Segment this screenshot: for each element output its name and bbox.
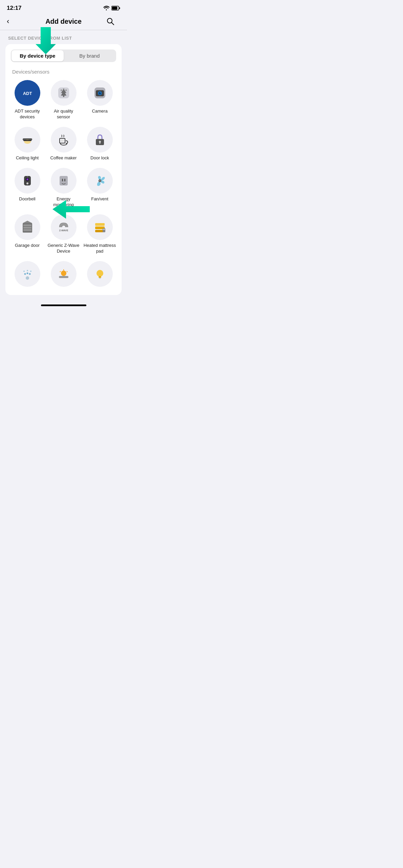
device-icon-camera [87,80,113,106]
device-item-coffee-maker[interactable]: Coffee maker [47,127,80,161]
svg-point-51 [26,273,28,274]
svg-rect-58 [63,269,64,271]
device-item-air-quality[interactable]: Air quality sensor [47,80,80,120]
device-item-doorbell[interactable]: Doorbell [11,168,44,208]
svg-line-6 [111,23,114,25]
status-icons [103,6,120,11]
device-icon-air-quality [51,80,77,106]
device-item-hub2[interactable] [47,261,80,290]
svg-point-57 [61,271,66,276]
device-item-hub3[interactable] [83,261,116,290]
home-bar [41,304,86,306]
svg-point-12 [61,90,62,91]
status-bar: 12:17 [0,0,127,14]
device-label-heated-mattress: Heated mattress pad [83,243,116,254]
device-item-energy-monitoring[interactable]: Energy monitoring [47,168,80,208]
svg-rect-48 [103,229,105,230]
device-item-hub1[interactable] [11,261,44,290]
svg-rect-3 [119,7,120,9]
device-icon-garage-door [15,214,40,240]
device-icon-hub2 [51,261,77,287]
svg-rect-47 [103,228,105,232]
device-icon-hub3 [87,261,113,287]
device-label-camera: Camera [92,108,107,114]
status-time: 12:17 [7,5,21,12]
svg-rect-24 [61,139,64,142]
device-item-adt[interactable]: ADT ADT security devices [11,80,44,120]
svg-point-14 [65,90,67,91]
svg-point-53 [23,271,25,272]
svg-rect-35 [64,179,65,181]
device-icon-generic-zwave: Z-WAVE [51,214,77,240]
device-label-coffee-maker: Coffee maker [50,155,77,161]
svg-point-32 [27,176,28,177]
device-icon-energy-monitoring [51,168,77,194]
svg-point-13 [63,88,64,90]
battery-icon [111,6,120,11]
device-item-camera[interactable]: Camera [83,80,116,120]
svg-point-61 [97,270,103,277]
search-button[interactable] [107,18,120,25]
svg-point-31 [26,182,28,184]
svg-point-54 [27,270,28,271]
svg-point-30 [26,178,28,180]
svg-point-49 [26,276,29,280]
device-item-generic-zwave[interactable]: Z-WAVE Generic Z-Wave Device [47,214,80,254]
select-label: SELECT DEVICE FROM LIST [0,30,127,44]
back-button[interactable]: ‹ [7,17,20,26]
svg-rect-34 [62,179,63,181]
svg-point-55 [30,271,31,272]
svg-marker-42 [23,221,32,223]
device-item-ceiling-light[interactable]: Ceiling light [11,127,44,161]
svg-rect-40 [23,227,31,229]
svg-rect-11 [63,96,64,97]
device-item-heated-mattress[interactable]: Heated mattress pad [83,214,116,254]
device-label-ceiling-light: Ceiling light [16,155,39,161]
device-grid: ADT ADT security devices [11,80,116,290]
svg-rect-27 [99,142,100,144]
tab-by-brand[interactable]: By brand [64,50,116,61]
svg-text:ADT: ADT [23,91,32,96]
device-item-fan-vent[interactable]: Fan/vent [83,168,116,208]
device-icon-coffee-maker [51,127,77,153]
svg-rect-59 [66,271,67,272]
device-label-air-quality: Air quality sensor [47,108,80,120]
svg-rect-62 [99,276,101,278]
device-label-adt: ADT security devices [11,108,44,120]
device-item-door-lock[interactable]: Door lock [83,127,116,161]
page-title: Add device [45,18,82,25]
device-item-garage-door[interactable]: Garage door [11,214,44,254]
header: ‹ Add device [0,14,127,30]
svg-rect-44 [95,223,105,226]
svg-rect-63 [99,278,101,279]
device-icon-hub1 [15,261,40,287]
home-indicator [0,300,127,309]
svg-rect-41 [23,229,31,231]
svg-point-37 [99,180,101,181]
segmented-control: By device type By brand [11,50,116,62]
svg-rect-22 [23,140,31,141]
svg-point-50 [24,273,26,275]
device-label-door-lock: Door lock [90,155,109,161]
wifi-icon [103,6,109,11]
device-icon-ceiling-light [15,127,40,153]
tab-by-device-type[interactable]: By device type [12,50,64,61]
device-label-doorbell: Doorbell [19,196,35,202]
device-label-garage-door: Garage door [15,243,40,249]
section-title: Devices/sensors [11,69,116,75]
svg-rect-60 [59,271,61,272]
search-icon [107,18,114,25]
svg-point-19 [100,92,101,93]
device-label-generic-zwave: Generic Z-Wave Device [47,243,80,254]
device-label-energy-monitoring: Energy monitoring [47,196,80,208]
svg-rect-4 [112,7,118,10]
device-icon-doorbell [15,168,40,194]
device-icon-heated-mattress [87,214,113,240]
device-icon-fan-vent [87,168,113,194]
content-card: By device type By brand Devices/sensors … [5,44,122,295]
device-icon-door-lock [87,127,113,153]
svg-rect-56 [59,276,68,278]
device-icon-adt: ADT [15,80,40,106]
svg-point-52 [29,273,30,275]
svg-rect-39 [23,224,31,226]
